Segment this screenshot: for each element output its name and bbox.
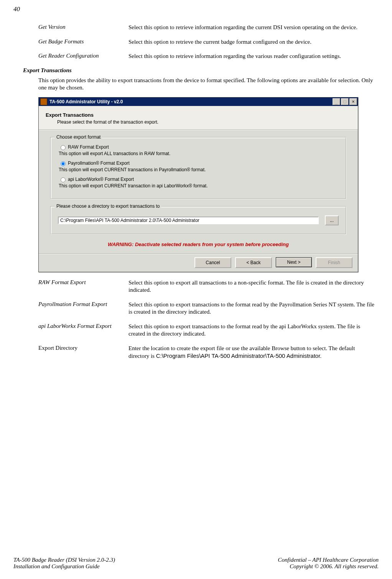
page-footer: TA-500 Badge Reader (DSI Version 2.0-2.3… xyxy=(13,557,379,570)
definition-row: Get Version Select this option to retrie… xyxy=(38,24,379,31)
definition-term: RAW Format Export xyxy=(38,279,128,294)
radio-input[interactable] xyxy=(61,161,66,166)
page-number: 40 xyxy=(13,5,379,13)
back-button[interactable]: < Back xyxy=(235,257,272,268)
footer-left-line2: Installation and Configuration Guide xyxy=(13,563,115,570)
minimize-button[interactable]: _ xyxy=(333,98,340,105)
warning-text: WARNING: Deactivate selected readers fro… xyxy=(47,242,349,247)
footer-left-line1: TA-500 Badge Reader (DSI Version 2.0-2.3… xyxy=(13,557,115,563)
definitions-bottom: RAW Format Export Select this option to … xyxy=(38,279,379,360)
next-button[interactable]: Next > xyxy=(276,257,312,267)
group-legend: Please choose a directory to export tran… xyxy=(55,203,161,209)
radio-desc: This option will export CURRENT transact… xyxy=(59,183,340,189)
radio-input[interactable] xyxy=(61,177,66,182)
directory-row: ... xyxy=(58,215,339,225)
wizard-buttons: Cancel < Back Next > Finish xyxy=(39,253,358,272)
radio-desc: This option will export CURRENT transact… xyxy=(59,167,340,172)
app-icon xyxy=(40,98,47,105)
definition-desc: Select this option to export all transac… xyxy=(128,279,379,294)
radio-desc: This option will export ALL transactions… xyxy=(59,151,340,156)
footer-right-line1: Confidential – API Healthcare Corporatio… xyxy=(278,557,379,563)
dialog-body: Export Transactions Please select the fo… xyxy=(39,106,358,272)
dialog-inner: Choose export format RAW Format Export T… xyxy=(39,129,358,272)
section-heading: Export Transactions xyxy=(23,67,379,74)
dialog-heading: Export Transactions xyxy=(46,112,352,118)
definition-desc: Select this option to retrieve informati… xyxy=(128,53,379,60)
definition-term: Payrollmation Format Export xyxy=(38,301,128,316)
browse-button[interactable]: ... xyxy=(325,215,339,225)
definition-row: Export Directory Enter the location to c… xyxy=(38,345,379,360)
definitions-top: Get Version Select this option to retrie… xyxy=(38,24,379,60)
directory-input[interactable] xyxy=(58,217,319,224)
radio-label: api LaborWorkx® Format Export xyxy=(68,177,134,182)
close-button[interactable]: × xyxy=(349,98,357,105)
group-export-format: Choose export format RAW Format Export T… xyxy=(50,137,346,199)
footer-right: Confidential – API Healthcare Corporatio… xyxy=(278,557,379,570)
radio-raw-format[interactable]: RAW Format Export xyxy=(59,144,340,150)
footer-right-line2: Copyright © 2006. All rights reserved. xyxy=(278,563,379,570)
titlebar: TA-500 Administrator Utility - v2.0 _ □ … xyxy=(39,98,358,106)
definition-desc: Select this option to retrieve the curre… xyxy=(128,38,379,46)
window-controls: _ □ × xyxy=(333,98,357,105)
definition-term: api LaborWorkx Format Export xyxy=(38,323,128,338)
definition-row: Get Reader Configuration Select this opt… xyxy=(38,53,379,60)
group-legend: Choose export format xyxy=(55,134,102,140)
radio-label: Payrollmation® Format Export xyxy=(68,160,130,166)
cancel-button[interactable]: Cancel xyxy=(194,257,231,268)
definition-row: Payrollmation Format Export Select this … xyxy=(38,301,379,316)
definition-row: RAW Format Export Select this option to … xyxy=(38,279,379,294)
footer-left: TA-500 Badge Reader (DSI Version 2.0-2.3… xyxy=(13,557,115,570)
page: 40 Get Version Select this option to ret… xyxy=(0,0,392,579)
definition-term: Get Version xyxy=(38,24,128,31)
definition-desc: Select this option to retrieve informati… xyxy=(128,24,379,31)
definition-term: Get Badge Formats xyxy=(38,38,128,46)
group-export-directory: Please choose a directory to export tran… xyxy=(50,206,346,235)
radio-laborworkx-format[interactable]: api LaborWorkx® Format Export xyxy=(59,176,340,182)
definition-desc-code: C:\Program Files\API TA-500 Administrato… xyxy=(156,352,322,359)
definition-desc: Select this option to export transaction… xyxy=(128,301,379,316)
definition-row: api LaborWorkx Format Export Select this… xyxy=(38,323,379,338)
definition-row: Get Badge Formats Select this option to … xyxy=(38,38,379,46)
section-intro: This option provides the ability to expo… xyxy=(38,77,379,92)
maximize-button[interactable]: □ xyxy=(341,98,349,105)
dialog-subheading: Please select the format of the transact… xyxy=(57,119,352,125)
radio-input[interactable] xyxy=(61,145,66,150)
definition-term: Get Reader Configuration xyxy=(38,53,128,60)
finish-button[interactable]: Finish xyxy=(316,257,352,268)
definition-desc: Select this option to export transaction… xyxy=(128,323,379,338)
radio-payrollmation-format[interactable]: Payrollmation® Format Export xyxy=(59,160,340,166)
definition-term: Export Directory xyxy=(38,345,128,360)
definition-desc: Enter the location to create the export … xyxy=(128,345,379,360)
window-title: TA-500 Administrator Utility - v2.0 xyxy=(49,99,333,104)
app-window: TA-500 Administrator Utility - v2.0 _ □ … xyxy=(38,97,358,272)
radio-label: RAW Format Export xyxy=(68,144,109,150)
